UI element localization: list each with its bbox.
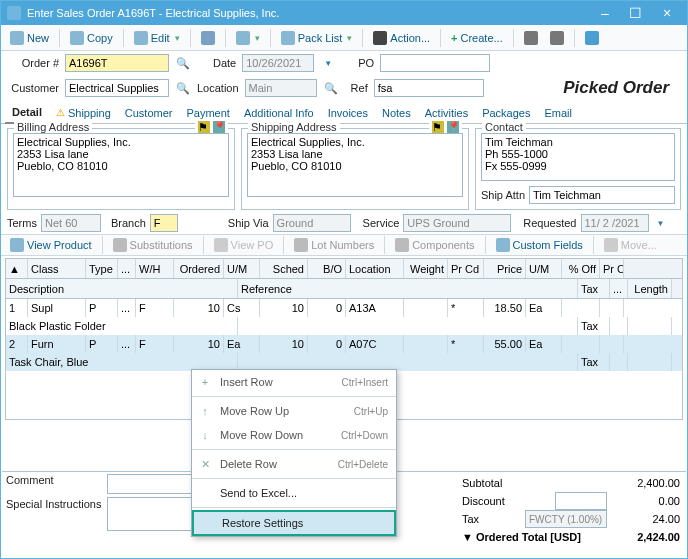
lot-numbers-button[interactable]: Lot Numbers [289,236,379,254]
shipping-flag-icon[interactable]: ⚑ [432,121,444,133]
billing-address-box[interactable]: Electrical Supplies, Inc. 2353 Lisa lane… [13,133,229,197]
cell-um2[interactable]: Ea [526,299,562,317]
col-prc[interactable]: Pr C [600,259,624,278]
billing-flag-icon[interactable]: ⚑ [198,121,210,133]
cell-price[interactable]: 55.00 [484,335,526,353]
packlist-button[interactable]: Pack List [276,29,358,47]
location-search-icon[interactable]: 🔍 [323,80,339,96]
cell-off[interactable] [562,335,600,353]
cell-n[interactable]: 1 [6,299,28,317]
cell-wt[interactable] [404,299,448,317]
tab-email[interactable]: Email [537,104,579,123]
cell-type[interactable]: P [86,299,118,317]
create-button[interactable]: +Create... [446,30,508,46]
col-length[interactable]: Length [628,279,672,298]
cell-um2[interactable]: Ea [526,335,562,353]
col-ellipsis[interactable]: ... [118,259,136,278]
col-btn[interactable]: ... [610,279,628,298]
save-button[interactable] [196,29,220,47]
cell-dd[interactable]: ... [118,299,136,317]
tab-additional-info[interactable]: Additional Info [237,104,321,123]
ctx-restore-settings[interactable]: Restore Settings [192,510,396,536]
tab-invoices[interactable]: Invoices [321,104,375,123]
col-price[interactable]: Price [484,259,526,278]
cell-price[interactable]: 18.50 [484,299,526,317]
view-product-button[interactable]: View Product [5,236,97,254]
cell-dd[interactable]: ... [118,335,136,353]
cell-class[interactable]: Supl [28,299,86,317]
shipping-map-icon[interactable]: 📍 [447,121,459,133]
cell-bo[interactable]: 0 [308,299,346,317]
cell-bo[interactable]: 0 [308,335,346,353]
minimize-button[interactable]: – [591,5,619,21]
customer-search-icon[interactable]: 🔍 [175,80,191,96]
table-row[interactable]: 1SuplP...F10Cs100A13A*18.50Ea [6,299,682,317]
cell-description[interactable]: Black Plastic Folder [6,317,238,335]
cell-prcd[interactable]: * [448,299,484,317]
col-type[interactable]: Type [86,259,118,278]
cell-prc[interactable] [600,299,624,317]
cell-class[interactable]: Furn [28,335,86,353]
date-field[interactable] [242,54,314,72]
edit-button[interactable]: Edit [129,29,185,47]
ctx-send-excel[interactable]: Send to Excel... [192,481,396,505]
col-bo[interactable]: B/O [308,259,346,278]
tab-notes[interactable]: Notes [375,104,418,123]
tab-activities[interactable]: Activities [418,104,475,123]
cell-sch[interactable]: 10 [260,299,308,317]
cell-n[interactable]: 2 [6,335,28,353]
ref-field[interactable] [374,79,484,97]
cell-wt[interactable] [404,335,448,353]
date-dropdown-icon[interactable]: ▼ [320,55,336,71]
cell-um[interactable]: Cs [224,299,260,317]
requested-field[interactable] [581,214,649,232]
billing-map-icon[interactable]: 📍 [213,121,225,133]
col-class[interactable]: Class [28,259,86,278]
tax-code-field[interactable] [525,510,607,528]
col-reference[interactable]: Reference [238,279,578,298]
tab-shipping[interactable]: ⚠Shipping [49,104,118,123]
cell-sch[interactable]: 10 [260,335,308,353]
col-sched[interactable]: Sched [260,259,308,278]
cell-length[interactable] [628,317,672,335]
col-description[interactable]: Description [6,279,238,298]
action-button[interactable]: Action... [368,29,435,47]
location-field[interactable] [245,79,317,97]
cell-ord[interactable]: 10 [174,335,224,353]
cell-um[interactable]: Ea [224,335,260,353]
cell-wh[interactable]: F [136,335,174,353]
cell-tax[interactable]: Tax [578,317,610,335]
branch-field[interactable] [150,214,178,232]
requested-dropdown-icon[interactable]: ▼ [653,215,669,231]
order-field[interactable] [65,54,169,72]
col-weight[interactable]: Weight [404,259,448,278]
tab-customer[interactable]: Customer [118,104,180,123]
col-um2[interactable]: U/M [526,259,562,278]
pin-button[interactable] [519,29,543,47]
terms-field[interactable] [41,214,101,232]
cell-ord[interactable]: 10 [174,299,224,317]
po-field[interactable] [380,54,490,72]
col-num[interactable]: ▲ [6,259,28,278]
cell-reference[interactable] [238,317,578,335]
maximize-button[interactable]: ☐ [622,5,650,21]
tab-payment[interactable]: Payment [179,104,236,123]
order-search-icon[interactable]: 🔍 [175,55,191,71]
substitutions-button[interactable]: Substitutions [108,236,198,254]
refresh-button[interactable] [580,29,604,47]
cell-btn[interactable] [610,317,628,335]
cell-loc[interactable]: A07C [346,335,404,353]
components-button[interactable]: Components [390,236,479,254]
discount-code-field[interactable] [555,492,607,510]
cell-btn[interactable] [610,353,628,371]
copy-button[interactable]: Copy [65,29,118,47]
contact-box[interactable]: Tim Teichman Ph 555-1000 Fx 555-0999 [481,133,675,181]
attach-button[interactable] [545,29,569,47]
col-wh[interactable]: W/H [136,259,174,278]
col-um[interactable]: U/M [224,259,260,278]
shipattn-field[interactable] [529,186,675,204]
cell-wh[interactable]: F [136,299,174,317]
cell-off[interactable] [562,299,600,317]
print-button[interactable] [231,29,265,47]
col-ordered[interactable]: Ordered [174,259,224,278]
